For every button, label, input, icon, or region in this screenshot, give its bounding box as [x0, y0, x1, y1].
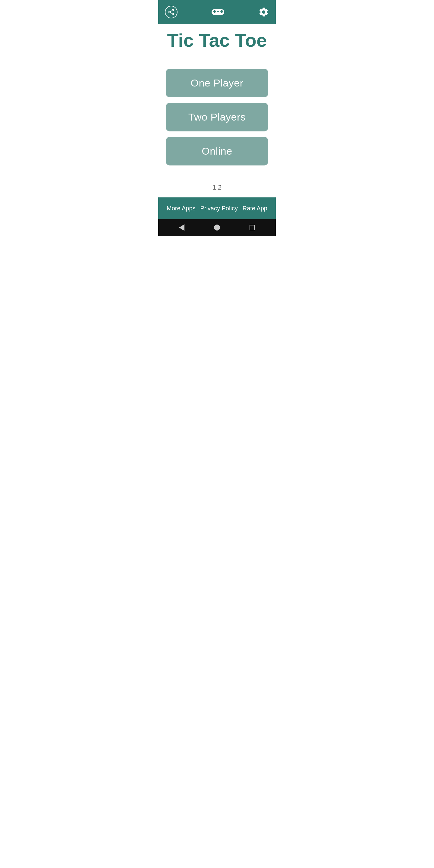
rate-app-link[interactable]: Rate App	[243, 205, 267, 212]
svg-rect-7	[214, 10, 216, 13]
app-footer: More Apps Privacy Policy Rate App	[158, 197, 276, 219]
home-button[interactable]	[214, 224, 220, 230]
share-button[interactable]	[165, 6, 178, 19]
svg-line-3	[170, 12, 172, 13]
svg-rect-13	[218, 11, 219, 12]
svg-point-2	[172, 13, 174, 15]
system-nav-bar	[158, 219, 276, 236]
two-players-button[interactable]: Two Players	[166, 103, 268, 131]
online-button[interactable]: Online	[166, 137, 268, 165]
gamepad-button[interactable]	[211, 5, 225, 19]
svg-point-0	[172, 9, 174, 11]
app-header	[158, 0, 276, 24]
back-button[interactable]	[179, 224, 184, 231]
privacy-policy-link[interactable]: Privacy Policy	[200, 205, 238, 212]
share-icon	[168, 9, 175, 16]
one-player-button[interactable]: One Player	[166, 69, 268, 97]
svg-point-11	[221, 12, 223, 13]
recents-button[interactable]	[250, 225, 255, 230]
settings-icon	[258, 7, 269, 18]
svg-point-1	[169, 11, 170, 13]
app-title: Tic Tac Toe	[167, 30, 267, 51]
svg-point-10	[221, 10, 223, 11]
settings-button[interactable]	[258, 7, 269, 18]
buttons-container: One Player Two Players Online	[166, 69, 268, 165]
svg-line-4	[170, 10, 172, 12]
gamepad-icon	[211, 5, 225, 19]
version-label: 1.2	[213, 184, 222, 191]
main-content: Tic Tac Toe One Player Two Players Onlin…	[158, 24, 276, 197]
more-apps-link[interactable]: More Apps	[167, 205, 195, 212]
